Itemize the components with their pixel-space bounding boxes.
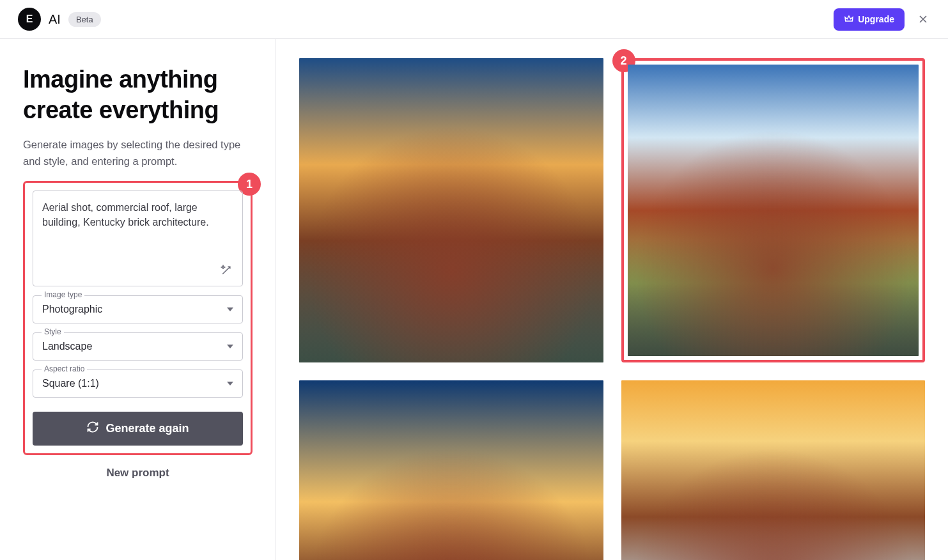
refresh-icon (86, 421, 99, 437)
style-select[interactable]: Landscape (33, 332, 243, 361)
crown-icon (844, 13, 854, 26)
generate-again-button[interactable]: Generate again (33, 412, 243, 446)
wand-icon (220, 264, 233, 279)
result-item-2-selected[interactable]: 2 (621, 58, 926, 362)
main-area: Imagine anything create everything Gener… (0, 39, 948, 560)
app-header: E AI Beta Upgrade (0, 0, 948, 39)
style-label: Style (42, 327, 64, 336)
title-line-2: create everything (23, 97, 219, 123)
results-grid: 2 (299, 58, 925, 560)
generated-image (299, 58, 603, 362)
upgrade-button[interactable]: Upgrade (834, 8, 905, 31)
prompt-input[interactable] (42, 200, 233, 258)
generated-image (628, 65, 919, 356)
style-group: Style Landscape (33, 332, 243, 361)
new-prompt-button[interactable]: New prompt (23, 467, 253, 479)
generated-image (621, 380, 926, 561)
style-value: Landscape (42, 341, 92, 352)
generate-label: Generate again (105, 422, 189, 435)
enhance-prompt-button[interactable] (218, 263, 235, 279)
header-right: Upgrade (834, 8, 930, 31)
chevron-down-icon (227, 382, 233, 385)
chevron-down-icon (227, 345, 233, 348)
close-button[interactable] (916, 12, 930, 26)
page-subtitle: Generate images by selecting the desired… (23, 137, 253, 169)
result-item-4[interactable] (621, 380, 926, 561)
header-left: E AI Beta (18, 8, 101, 31)
chevron-down-icon (227, 307, 233, 311)
aspect-ratio-value: Square (1:1) (42, 378, 99, 389)
prompt-form-annotated: 1 Image type Photographic Style (23, 181, 253, 455)
page-title: Imagine anything create everything (23, 65, 253, 125)
image-type-select[interactable]: Photographic (33, 295, 243, 323)
generated-image (299, 380, 603, 561)
app-logo: E (18, 8, 41, 31)
result-item-1[interactable] (299, 58, 603, 362)
beta-badge: Beta (68, 12, 101, 27)
title-line-1: Imagine anything (23, 66, 217, 93)
image-type-group: Image type Photographic (33, 295, 243, 323)
image-type-label: Image type (42, 290, 84, 299)
aspect-ratio-select[interactable]: Square (1:1) (33, 369, 243, 398)
upgrade-label: Upgrade (858, 14, 894, 24)
image-type-value: Photographic (42, 304, 102, 315)
result-item-3[interactable] (299, 380, 603, 561)
prompt-field[interactable] (33, 191, 243, 286)
app-name: AI (49, 12, 61, 27)
results-gallery: 2 (276, 39, 948, 560)
aspect-ratio-label: Aspect ratio (42, 364, 87, 373)
logo-text: E (26, 13, 33, 25)
sidebar: Imagine anything create everything Gener… (0, 39, 276, 560)
aspect-ratio-group: Aspect ratio Square (1:1) (33, 369, 243, 398)
